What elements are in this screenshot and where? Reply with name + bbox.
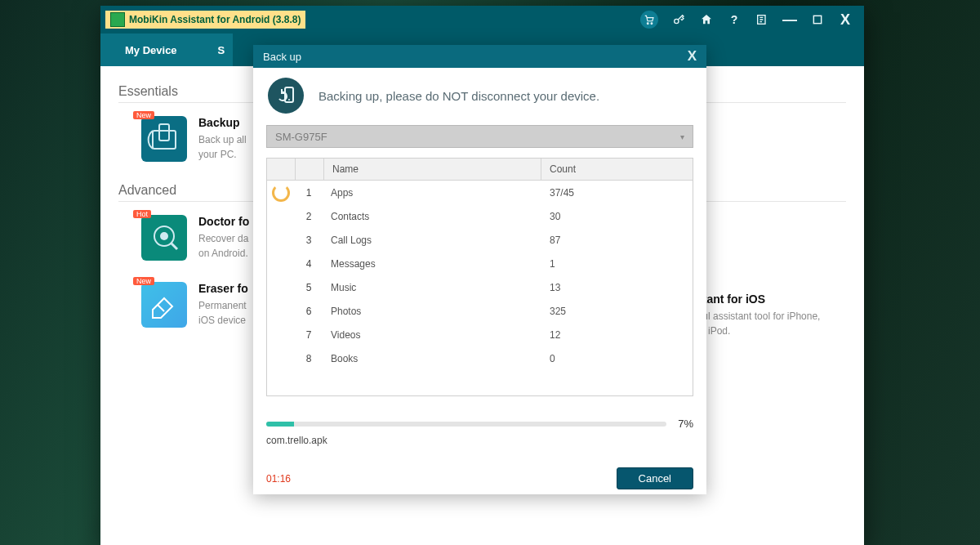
row-count: 13 bbox=[541, 275, 693, 299]
key-icon[interactable] bbox=[671, 12, 686, 27]
svg-rect-4 bbox=[813, 16, 821, 23]
card-title: Backup bbox=[198, 116, 247, 129]
svg-point-8 bbox=[160, 232, 168, 240]
chevron-down-icon: ▾ bbox=[680, 132, 684, 141]
row-index: 1 bbox=[295, 181, 323, 204]
card-title: Eraser fo bbox=[198, 282, 248, 295]
dialog-footer: 01:16 Cancel bbox=[266, 467, 693, 489]
row-name: Music bbox=[323, 275, 541, 299]
row-name: Contacts bbox=[323, 204, 541, 228]
progress-percent: 7% bbox=[678, 418, 693, 430]
row-name: Call Logs bbox=[323, 228, 541, 252]
dialog-titlebar: Back up X bbox=[253, 45, 706, 68]
tab-super-toolkit[interactable]: S bbox=[202, 34, 234, 66]
dialog-header: Backing up, please do NOT disconnect you… bbox=[253, 68, 706, 125]
home-icon[interactable] bbox=[699, 12, 714, 27]
tab-my-device[interactable]: My Device bbox=[100, 34, 202, 66]
card-title: Doctor fo bbox=[198, 215, 249, 228]
grid-row: 4Messages1 bbox=[267, 252, 693, 275]
app-title-badge: MobiKin Assistant for Android (3.8.8) bbox=[105, 11, 305, 29]
col-count: Count bbox=[541, 159, 693, 180]
svg-rect-6 bbox=[159, 124, 169, 141]
device-name: SM-G975F bbox=[275, 131, 327, 143]
help-icon[interactable]: ? bbox=[727, 12, 742, 27]
spinner-icon bbox=[272, 184, 290, 202]
current-file: com.trello.apk bbox=[266, 435, 693, 446]
row-name: Messages bbox=[323, 252, 541, 275]
row-index: 8 bbox=[295, 346, 323, 370]
row-name: Videos bbox=[323, 323, 541, 346]
dialog-close-icon[interactable]: X bbox=[688, 48, 697, 65]
svg-point-10 bbox=[288, 99, 290, 101]
row-count: 1 bbox=[541, 252, 693, 275]
eraser-icon: New bbox=[141, 282, 187, 328]
row-index: 4 bbox=[295, 252, 323, 275]
row-index: 2 bbox=[295, 204, 323, 228]
cancel-button[interactable]: Cancel bbox=[617, 467, 693, 489]
titlebar-actions: ? — X bbox=[640, 11, 864, 29]
card-desc: Recover da on Android. bbox=[198, 231, 249, 261]
row-count: 325 bbox=[541, 299, 693, 323]
card-desc: Back up all your PC. bbox=[198, 132, 247, 162]
backup-grid: Name Count 1Apps37/452Contacts303Call Lo… bbox=[266, 158, 693, 396]
grid-row: 1Apps37/45 bbox=[267, 181, 693, 204]
row-index: 5 bbox=[295, 275, 323, 299]
badge-new: New bbox=[133, 277, 154, 285]
svg-point-1 bbox=[651, 23, 653, 25]
elapsed-time: 01:16 bbox=[266, 473, 291, 485]
doctor-icon: Hot bbox=[141, 215, 187, 261]
grid-row: 7Videos12 bbox=[267, 323, 693, 346]
row-count: 87 bbox=[541, 228, 693, 252]
badge-new: New bbox=[133, 111, 154, 119]
card-title: stant for iOS bbox=[697, 293, 820, 306]
row-name: Apps bbox=[323, 181, 541, 204]
grid-row: 6Photos325 bbox=[267, 299, 693, 323]
row-count: 0 bbox=[541, 346, 693, 370]
backup-icon: New bbox=[141, 116, 187, 162]
row-name: Books bbox=[323, 346, 541, 370]
row-name: Photos bbox=[323, 299, 541, 323]
badge-hot: Hot bbox=[133, 210, 151, 218]
maximize-icon[interactable] bbox=[810, 12, 825, 27]
feedback-icon[interactable] bbox=[755, 12, 769, 27]
row-count: 37/45 bbox=[541, 181, 693, 204]
svg-point-2 bbox=[675, 19, 679, 23]
dialog-message: Backing up, please do NOT disconnect you… bbox=[318, 89, 599, 103]
grid-row: 2Contacts30 bbox=[267, 204, 693, 228]
grid-header: Name Count bbox=[267, 159, 693, 181]
col-name: Name bbox=[324, 159, 541, 180]
row-index: 6 bbox=[295, 299, 323, 323]
row-count: 12 bbox=[541, 323, 693, 346]
close-icon[interactable]: X bbox=[838, 12, 853, 27]
minimize-icon[interactable]: — bbox=[782, 12, 797, 27]
card-desc: rful assistant tool for iPhone, or iPod. bbox=[697, 309, 820, 338]
card-ios[interactable]: stant for iOS rful assistant tool for iP… bbox=[697, 293, 820, 338]
device-selector[interactable]: SM-G975F ▾ bbox=[266, 125, 693, 148]
progress-bar: 7% bbox=[266, 418, 693, 430]
dialog-title: Back up bbox=[263, 51, 301, 63]
backup-dialog: Back up X Backing up, please do NOT disc… bbox=[253, 45, 706, 494]
svg-point-0 bbox=[647, 23, 648, 25]
grid-row: 5Music13 bbox=[267, 275, 693, 299]
row-count: 30 bbox=[541, 204, 693, 228]
backup-badge-icon bbox=[268, 78, 304, 114]
grid-row: 3Call Logs87 bbox=[267, 228, 693, 252]
title-bar: MobiKin Assistant for Android (3.8.8) ? … bbox=[100, 6, 864, 34]
app-logo-icon bbox=[110, 12, 125, 27]
grid-row: 8Books0 bbox=[267, 346, 693, 370]
cart-icon[interactable] bbox=[640, 11, 658, 29]
card-desc: Permanent iOS device bbox=[198, 298, 248, 328]
row-index: 3 bbox=[295, 228, 323, 252]
row-index: 7 bbox=[295, 323, 323, 346]
app-title: MobiKin Assistant for Android (3.8.8) bbox=[129, 14, 301, 25]
